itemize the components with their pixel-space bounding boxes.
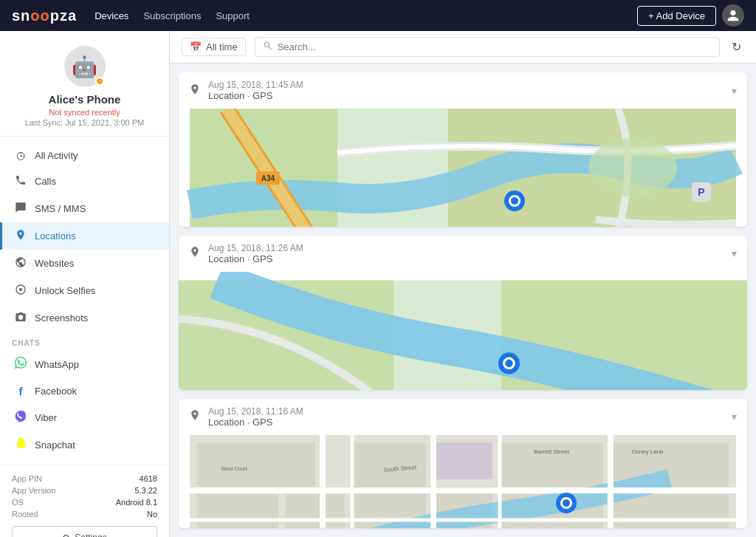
location-card-header-3: Aug 15, 2018, 11:16 AM Location · GPS ▾ [179,399,747,435]
device-name: Alice's Phone [12,93,157,106]
sidebar-item-unlock-selfies-label: Unlock Selfies [35,285,95,296]
nav-right: + Add Device [637,4,744,27]
loc-info: Aug 15, 2018, 11:45 AM Location · GPS [208,80,724,101]
logo: snoopza [12,7,77,24]
search-icon [263,41,273,53]
all-activity-icon: ◷ [14,149,27,161]
app-version-value: 5.3.22 [134,486,157,495]
search-bar [255,37,720,57]
expand-icon-3[interactable]: ▾ [732,411,737,423]
sidebar-item-sms-label: SMS / MMS [35,203,86,214]
unlock-selfies-icon [14,284,27,298]
sidebar-item-calls-label: Calls [35,176,56,187]
search-input[interactable] [278,41,712,52]
rooted-label: Rooted [12,510,38,519]
sidebar-footer: App PIN 4618 App Version 5.3.22 OS Andro… [0,465,169,537]
device-header: 🤖 Alice's Phone Not synced recently Last… [0,31,169,137]
location-card-header: Aug 15, 2018, 11:45 AM Location · GPS ▾ [179,72,747,109]
sidebar-item-unlock-selfies[interactable]: Unlock Selfies [0,277,169,304]
settings-button[interactable]: ⚙ Settings [12,526,157,537]
nav-links: Devices Subscriptions Support [94,7,250,24]
footer-app-version: App Version 5.3.22 [12,486,157,495]
location-pin-icon-3 [189,409,201,424]
toolbar: 📅 All time ↻ [170,31,756,64]
loc-type-3: Location · GPS [208,417,724,428]
status-dot [95,77,104,86]
footer-rooted: Rooted No [12,510,157,519]
svg-rect-21 [286,494,345,528]
device-last-sync: Last Sync: Jul 15, 2021, 3:00 PM [12,118,157,127]
svg-text:Barrett Street: Barrett Street [534,448,569,455]
settings-label: Settings [75,533,106,537]
locations-icon [14,229,27,243]
sidebar-nav: ◷ All Activity Calls SMS / MMS Location [0,137,169,465]
sidebar-item-websites-label: Websites [35,258,74,269]
loc-info-3: Aug 15, 2018, 11:16 AM Location · GPS [208,406,724,428]
svg-point-10 [511,197,518,205]
app-pin-value: 4618 [140,474,157,483]
svg-rect-22 [352,442,426,528]
os-value: Android 8.1 [116,498,157,507]
expand-icon-2[interactable]: ▾ [732,247,737,259]
loc-timestamp-3: Aug 15, 2018, 11:16 AM [208,406,724,417]
svg-rect-20 [197,494,278,528]
sms-icon [14,202,27,216]
sidebar-item-snapchat[interactable]: Snapchat [0,431,169,459]
os-label: OS [12,498,24,507]
sidebar-item-calls[interactable]: Calls [0,168,169,195]
sidebar-item-viber-label: Viber [35,412,57,423]
sidebar-item-locations[interactable]: Locations [0,222,169,250]
location-card-3: Aug 15, 2018, 11:16 AM Location · GPS ▾ [179,399,747,528]
footer-os: OS Android 8.1 [12,498,157,507]
nav-support[interactable]: Support [216,7,250,24]
map-container-2: Leaflet | © OpenStreetMap contributors [179,272,747,390]
expand-icon[interactable]: ▾ [732,85,737,97]
app-body: 🤖 Alice's Phone Not synced recently Last… [0,31,756,537]
sidebar-item-whatsapp[interactable]: WhatsApp [0,350,169,378]
location-card-header-2: Aug 15, 2018, 11:26 AM Location · GPS ▾ [179,236,747,272]
facebook-icon: f [14,385,27,397]
nav-subscriptions[interactable]: Subscriptions [143,7,201,24]
footer-app-pin: App PIN 4618 [12,474,157,483]
snapchat-icon [14,438,27,452]
user-avatar[interactable] [722,4,744,27]
sidebar-item-websites[interactable]: Websites [0,250,169,277]
time-filter[interactable]: 📅 All time [182,38,246,56]
viber-icon [14,411,27,425]
sidebar-item-locations-label: Locations [35,230,76,242]
app-version-label: App Version [12,486,55,495]
sidebar-item-all-activity[interactable]: ◷ All Activity [0,143,169,168]
sidebar-item-screenshots-label: Screenshots [35,312,88,324]
add-device-button[interactable]: + Add Device [637,6,716,26]
nav-devices[interactable]: Devices [94,7,128,24]
svg-rect-23 [433,442,492,479]
svg-point-16 [505,360,512,367]
loc-timestamp-2: Aug 15, 2018, 11:26 AM [208,243,724,253]
map-container-1: A34 P [179,109,747,227]
refresh-button[interactable]: ↻ [729,37,744,57]
svg-text:A34: A34 [261,174,275,182]
websites-icon [14,256,27,270]
calls-icon [14,174,27,188]
chats-section-label: CHATS [0,332,169,350]
sidebar-item-screenshots[interactable]: Screenshots [0,304,169,332]
rooted-value: No [147,510,157,519]
sidebar-item-facebook[interactable]: f Facebook [0,378,169,404]
map-container-3: South Street Barrett Street Osney Lane W… [179,435,747,528]
main-content: 📅 All time ↻ Aug 15, 2018, 1 [170,31,756,537]
sidebar-item-viber[interactable]: Viber [0,404,169,431]
svg-text:Osney Lane: Osney Lane [631,448,664,455]
location-card: Aug 15, 2018, 11:45 AM Location · GPS ▾ [179,72,747,227]
sidebar-item-all-activity-label: All Activity [35,150,78,161]
sidebar-item-facebook-label: Facebook [35,386,77,397]
svg-rect-19 [197,442,315,487]
location-pin-icon-2 [189,246,201,261]
time-filter-label: All time [206,41,238,52]
locations-list: Aug 15, 2018, 11:45 AM Location · GPS ▾ [170,64,756,537]
app-pin-label: App PIN [12,474,42,483]
sidebar: 🤖 Alice's Phone Not synced recently Last… [0,31,170,537]
top-nav: snoopza Devices Subscriptions Support + … [0,0,756,31]
sidebar-item-snapchat-label: Snapchat [35,439,75,451]
sidebar-item-sms[interactable]: SMS / MMS [0,195,169,222]
whatsapp-icon [14,357,27,372]
